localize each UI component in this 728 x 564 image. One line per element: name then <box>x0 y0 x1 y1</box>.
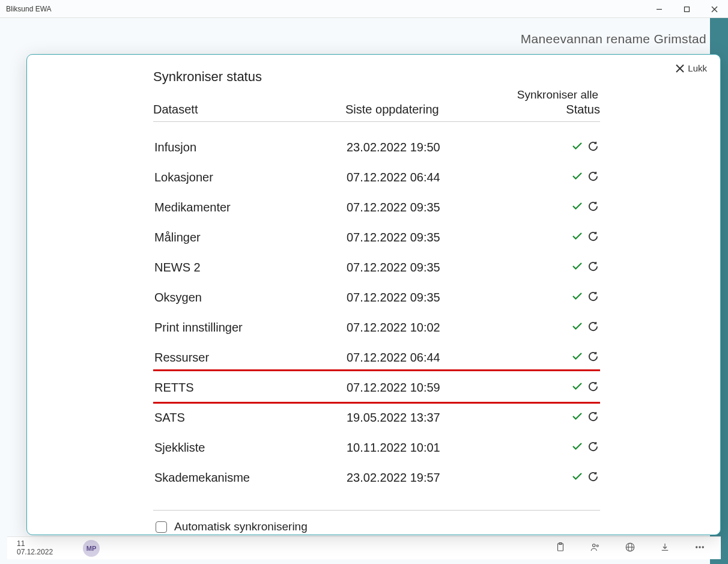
dataset-name: Skademekanisme <box>154 471 347 485</box>
window-close-button[interactable] <box>700 0 728 18</box>
modal-title: Synkroniser status <box>153 69 600 85</box>
dataset-date: 07.12.2022 10:02 <box>347 321 563 335</box>
refresh-icon[interactable] <box>587 321 599 335</box>
dataset-name: Ressurser <box>154 351 347 365</box>
window-title: Bliksund EWA <box>6 5 52 13</box>
dataset-date: 07.12.2022 09:35 <box>347 291 563 305</box>
table-row: SATS 19.05.2022 13:37 <box>153 402 600 432</box>
check-icon <box>572 232 583 243</box>
dataset-date: 07.12.2022 09:35 <box>347 231 563 244</box>
refresh-icon[interactable] <box>587 261 599 274</box>
table-row: Infusjon 23.02.2022 19:50 <box>153 132 600 162</box>
avatar[interactable]: MP <box>83 540 100 557</box>
app-context-title: Maneevannan rename Grimstad <box>521 32 706 46</box>
dataset-status <box>563 441 599 455</box>
refresh-icon[interactable] <box>587 141 599 154</box>
download-icon[interactable] <box>660 542 670 554</box>
refresh-icon[interactable] <box>587 171 599 184</box>
table-row: RETTS 07.12.2022 10:59 <box>153 372 600 402</box>
check-icon <box>572 262 583 273</box>
table-row: Skademekanisme 23.02.2022 19:57 <box>153 462 600 493</box>
auto-sync-checkbox[interactable] <box>156 521 167 533</box>
svg-point-6 <box>593 544 596 547</box>
col-status: Status <box>552 103 600 117</box>
dataset-date: 07.12.2022 06:44 <box>347 351 563 365</box>
table-scroll[interactable]: ID-verifisering 09.06.2022 13:51 Infusjo… <box>153 121 600 503</box>
people-icon[interactable] <box>590 542 601 554</box>
svg-rect-1 <box>684 7 689 11</box>
dataset-status <box>563 201 599 214</box>
check-icon <box>572 322 583 333</box>
dataset-status <box>563 291 599 305</box>
dataset-status <box>563 471 599 485</box>
window-minimize-button[interactable] <box>645 0 673 18</box>
check-icon <box>572 382 583 393</box>
check-icon <box>572 292 583 303</box>
dataset-name: Medikamenter <box>154 201 347 214</box>
bottombar-time: 11 <box>17 540 53 548</box>
table-row: Print innstillinger 07.12.2022 10:02 <box>153 312 600 342</box>
table-row: NEWS 2 07.12.2022 09:35 <box>153 252 600 282</box>
dataset-name: Sjekkliste <box>154 441 347 455</box>
bottombar-date: 07.12.2022 <box>17 548 53 557</box>
refresh-icon[interactable] <box>587 351 599 365</box>
window-maximize-button[interactable] <box>673 0 700 18</box>
auto-sync-label: Automatisk synkronisering <box>174 520 308 533</box>
check-icon <box>572 472 583 483</box>
clipboard-icon[interactable] <box>555 542 566 554</box>
table-row: Lokasjoner 07.12.2022 06:44 <box>153 162 600 192</box>
dataset-name: Oksygen <box>154 291 347 305</box>
dataset-date: 10.11.2022 10:01 <box>347 441 563 455</box>
refresh-icon[interactable] <box>587 441 599 455</box>
dataset-date: 23.02.2022 19:57 <box>347 471 563 485</box>
svg-point-13 <box>702 547 703 548</box>
dataset-status <box>563 351 599 365</box>
check-icon <box>572 142 583 153</box>
dataset-status <box>563 411 599 425</box>
svg-point-7 <box>596 545 598 547</box>
check-icon <box>572 352 583 363</box>
sync-all-button[interactable]: Synkroniser alle <box>153 88 600 102</box>
table-row: Sjekkliste 10.11.2022 10:01 <box>153 432 600 462</box>
table-row: Oksygen 07.12.2022 09:35 <box>153 282 600 312</box>
app-background: Maneevannan rename Grimstad 11 07.12.202… <box>0 18 728 564</box>
dataset-date: 07.12.2022 09:35 <box>347 201 563 214</box>
col-dataset: Datasett <box>153 103 345 117</box>
dataset-date: 19.05.2022 13:37 <box>347 411 563 425</box>
table-row: Målinger 07.12.2022 09:35 <box>153 222 600 252</box>
check-icon <box>572 442 583 453</box>
dataset-date: 07.12.2022 09:35 <box>347 261 563 274</box>
refresh-icon[interactable] <box>587 471 599 485</box>
dataset-date: 07.12.2022 06:44 <box>347 171 563 184</box>
refresh-icon[interactable] <box>587 291 599 305</box>
dataset-name: Infusjon <box>154 141 347 154</box>
globe-icon[interactable] <box>625 542 635 554</box>
table-row: Medikamenter 07.12.2022 09:35 <box>153 192 600 222</box>
table-row: ID-verifisering 09.06.2022 13:51 <box>153 121 600 132</box>
dataset-name: RETTS <box>154 381 347 395</box>
dataset-status <box>563 231 599 244</box>
close-button[interactable]: Lukk <box>676 63 707 73</box>
check-icon <box>572 202 583 213</box>
dataset-name: NEWS 2 <box>154 261 347 274</box>
dataset-status <box>563 381 599 395</box>
dataset-name: Målinger <box>154 231 347 244</box>
auto-sync-row[interactable]: Automatisk synkronisering <box>153 511 600 533</box>
col-lastupdate: Siste oppdatering <box>345 103 552 117</box>
svg-point-11 <box>696 547 697 548</box>
sync-modal: Lukk Synkroniser status Synkroniser alle… <box>26 54 721 535</box>
check-icon <box>572 172 583 183</box>
bottom-bar: 11 07.12.2022 MP <box>7 536 721 559</box>
dataset-status <box>563 261 599 274</box>
dataset-name: Print innstillinger <box>154 321 347 335</box>
dataset-status <box>563 321 599 335</box>
refresh-icon[interactable] <box>587 231 599 244</box>
dataset-status <box>563 141 599 154</box>
dataset-date: 23.02.2022 19:50 <box>347 141 563 154</box>
more-icon[interactable] <box>694 542 705 554</box>
svg-point-12 <box>699 547 700 548</box>
table-header: Datasett Siste oppdatering Status <box>153 103 600 121</box>
refresh-icon[interactable] <box>587 411 599 425</box>
refresh-icon[interactable] <box>587 201 599 214</box>
refresh-icon[interactable] <box>587 381 599 395</box>
